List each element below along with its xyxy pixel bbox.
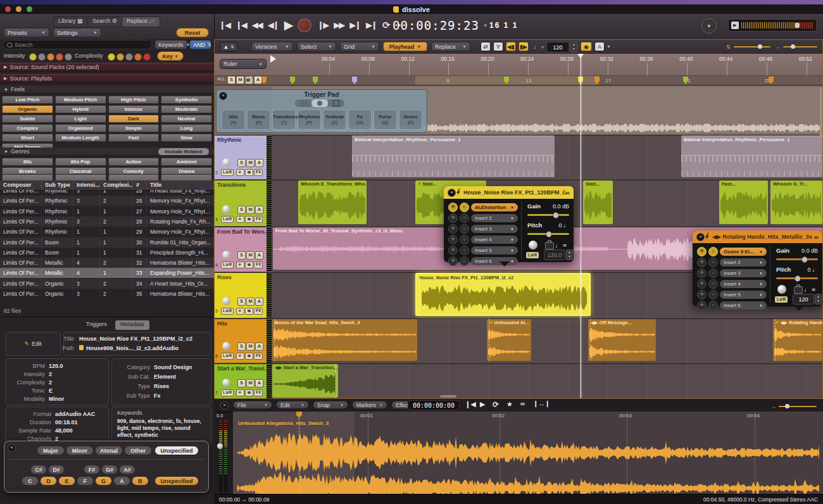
playhead-dropdown[interactable]: Playhead▼ xyxy=(383,42,427,51)
genre-button-clipped[interactable] xyxy=(2,174,53,180)
link-icon[interactable]: ∞ xyxy=(520,400,525,407)
route-icon[interactable]: ✛ xyxy=(697,290,707,299)
s-button[interactable]: S xyxy=(237,379,246,387)
mode-major-button[interactable]: Major xyxy=(37,446,64,455)
lr-badge[interactable]: L⊕R xyxy=(221,389,234,396)
lr-badge[interactable]: L⊕R xyxy=(221,169,234,176)
key-c-button[interactable]: C xyxy=(22,477,38,485)
power-icon[interactable]: ○ xyxy=(708,301,718,310)
complexity-dots[interactable] xyxy=(108,52,152,63)
mode-atonal-button[interactable]: Atonal xyxy=(96,446,122,455)
pad-keys-view-icon[interactable] xyxy=(328,99,344,107)
table-row[interactable]: Limits Of Per...Rhythmic3226Memory Hole_… xyxy=(0,196,214,206)
close-icon[interactable]: × xyxy=(448,189,456,197)
intensity-dot-3[interactable] xyxy=(47,53,54,61)
ruler-dropdown[interactable]: Ruler▼ xyxy=(220,59,267,69)
key-g-button[interactable]: G xyxy=(96,477,111,485)
insert-slot-4[interactable]: Insert 4▼ xyxy=(720,280,767,288)
loop-icon[interactable]: ⟳ xyxy=(382,20,391,31)
table-row[interactable]: Limits Of Per...Metallic4232Hematoma Bli… xyxy=(0,258,214,268)
column-header-5[interactable]: Title xyxy=(147,180,214,190)
close-icon[interactable]: × xyxy=(220,401,229,410)
route-icon[interactable]: ✛ xyxy=(448,213,458,223)
feel-button-complex[interactable]: Complex xyxy=(2,124,53,132)
timecode-caret-icon[interactable]: ▼ xyxy=(483,23,488,28)
editor-level-meter[interactable]: 0.0 xyxy=(215,413,232,496)
genre-button-80s[interactable]: 80s xyxy=(2,158,53,166)
m-button[interactable]: M xyxy=(246,298,254,306)
tab-metadata[interactable]: Metadata xyxy=(115,320,149,330)
track-header[interactable]: Start a War_Transi...SMA7L⊕R❄FX xyxy=(215,364,267,399)
freeze-icon[interactable]: ❄ xyxy=(236,169,244,176)
clip[interactable]: Biblical Interpretation_Rhythmic_Percuss… xyxy=(681,135,822,177)
a-button[interactable]: A xyxy=(255,298,263,306)
gain-slider[interactable] xyxy=(527,214,569,216)
table-row[interactable]: Limits Of Per...Rhythmic1127Memory Hole_… xyxy=(0,206,214,217)
feel-button-neutral[interactable]: Neutral xyxy=(161,115,212,123)
slider-knob[interactable] xyxy=(801,256,808,263)
trigger-pad-drone[interactable]: Drone(D) xyxy=(399,110,422,130)
complexity-dot-2[interactable] xyxy=(116,53,124,61)
power-icon[interactable]: ○ xyxy=(460,235,469,244)
lr-badge[interactable]: L⊕R xyxy=(221,308,234,315)
intensity-dot-5[interactable] xyxy=(65,53,72,61)
playhead-line[interactable] xyxy=(581,54,581,399)
insert-slot-5[interactable]: Insert 5▼ xyxy=(471,246,518,255)
tempo-stepper[interactable]: ▲▼ xyxy=(566,249,573,260)
clip[interactable]: Biblical Interpretation_Rhythmic_Percuss… xyxy=(352,135,555,177)
go-to-end-icon[interactable]: ▶❙ xyxy=(366,20,377,30)
a-button[interactable]: A xyxy=(255,343,263,351)
menu-markers[interactable]: Markers▼ xyxy=(352,401,387,409)
play-start-marker[interactable] xyxy=(270,55,280,63)
s-button[interactable]: S xyxy=(237,251,246,260)
m-button[interactable]: M xyxy=(246,379,254,387)
vzoom-slider[interactable] xyxy=(734,46,770,47)
feel-button-slow[interactable]: Slow xyxy=(161,134,212,142)
lr-badge[interactable]: L⊕R xyxy=(526,252,539,258)
rewind-icon[interactable]: ◀◀ xyxy=(252,20,262,30)
key-unspecified-button[interactable]: Unspecified xyxy=(155,477,198,485)
trigger-pad-transitions[interactable]: Transitions(T) xyxy=(272,110,296,130)
global-automation-button[interactable]: A xyxy=(254,76,262,84)
power-icon[interactable]: ○ xyxy=(708,268,718,278)
link-icon[interactable]: ∞ xyxy=(565,189,570,196)
timecode-display[interactable]: 00:00:29:23 ▼ xyxy=(393,18,488,32)
tab-replace[interactable]: Replace ↓↑ xyxy=(122,16,160,27)
clip[interactable]: Stati... xyxy=(583,180,613,224)
power-icon[interactable]: ○ xyxy=(708,258,718,267)
fx-badge[interactable]: FX xyxy=(254,389,263,396)
insert-slot-1[interactable]: Ozone 9 El...▼ xyxy=(720,248,767,256)
route-icon[interactable]: ✛ xyxy=(697,258,707,267)
timeline-marker[interactable] xyxy=(352,77,357,84)
insert-slot-6[interactable]: Insert 6▼ xyxy=(720,301,767,310)
feel-button-synthetic[interactable]: Synthetic xyxy=(161,96,212,104)
route-icon[interactable]: ✛ xyxy=(448,203,458,212)
pointer-tool-button[interactable]: ▲⇅ xyxy=(220,42,237,51)
trigger-pad-hits[interactable]: Hits(H) xyxy=(222,110,245,130)
clip[interactable]: Fast... xyxy=(719,180,768,224)
feel-button-high-pitch[interactable]: High Pitch xyxy=(108,96,160,104)
power-icon[interactable]: ○ xyxy=(708,279,718,289)
tempo-stepper[interactable]: ▲▼ xyxy=(815,294,822,305)
fx-badge[interactable]: FX xyxy=(254,216,263,223)
a-button[interactable]: A xyxy=(255,206,263,214)
lock-icon[interactable] xyxy=(245,389,253,396)
tempo-field[interactable]: 120 xyxy=(793,294,814,305)
route-icon[interactable]: ✛ xyxy=(697,279,707,289)
feel-button-light[interactable]: Light xyxy=(55,115,106,123)
tab-library[interactable]: Library ▦ xyxy=(53,16,88,27)
power-icon[interactable]: ○ xyxy=(460,213,469,223)
feel-button-medium-pitch[interactable]: Medium Pitch xyxy=(55,96,106,104)
trigger-pad-pulse[interactable]: Pulse(Q) xyxy=(374,110,397,130)
feel-button-short[interactable]: Short xyxy=(2,134,53,142)
power-icon[interactable]: ○ xyxy=(460,224,469,234)
master-level-meter[interactable]: ▶ xyxy=(728,19,817,32)
freeze-icon[interactable]: ❄ xyxy=(236,389,244,396)
table-row[interactable]: Limits Of Per...Organic3234A Heart Issue… xyxy=(0,279,214,289)
route-icon[interactable]: ✛ xyxy=(697,247,707,256)
power-icon[interactable]: ○ xyxy=(460,256,469,266)
clip[interactable]: ◀▶ Off Message... xyxy=(588,319,656,361)
feel-button-dark[interactable]: Dark xyxy=(108,115,160,123)
key-Csharp-button[interactable]: C# xyxy=(31,465,46,474)
a-button[interactable]: A xyxy=(255,379,263,387)
